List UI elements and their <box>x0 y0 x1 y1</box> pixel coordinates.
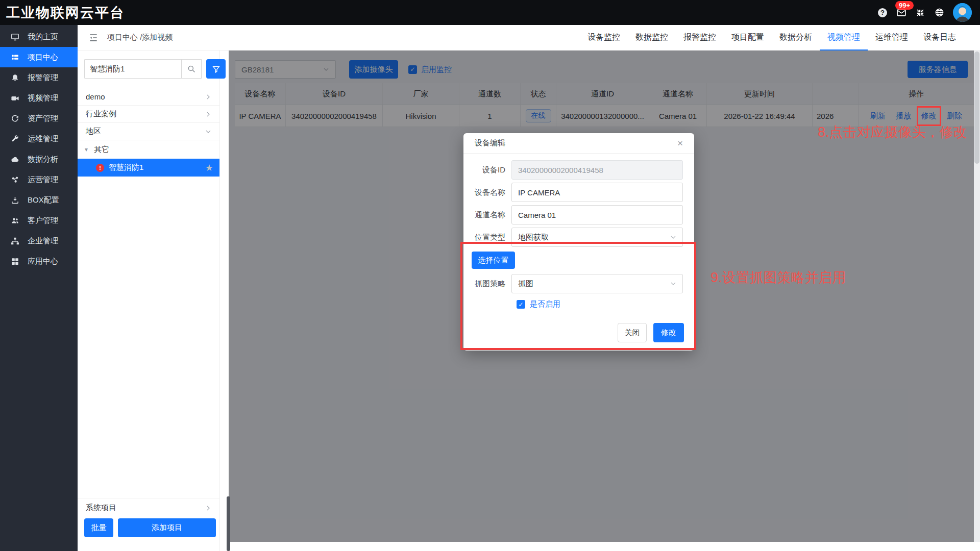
nav-maintenance[interactable]: 运维管理 <box>868 25 916 51</box>
language-globe-icon[interactable] <box>934 8 944 18</box>
batch-button[interactable]: 批量 <box>84 518 113 537</box>
monitor-icon <box>11 33 19 41</box>
caret-down-icon: ▾ <box>85 146 88 153</box>
filter-button[interactable] <box>206 59 226 79</box>
top-header-bar: 工业物联网云平台 ? 99+ <box>0 0 980 25</box>
location-type-select[interactable]: 地图获取 <box>511 228 683 247</box>
sidebar-item-data-analysis[interactable]: 数据分析 <box>0 149 78 169</box>
vertical-scrollbar-thumb[interactable] <box>227 496 230 551</box>
chevron-down-icon <box>670 281 676 287</box>
annotation-step8: 8.点击对应摄像头，修改 <box>818 123 967 141</box>
tree-group-other[interactable]: ▾ 其它 <box>78 140 219 159</box>
chevron-right-icon <box>205 505 211 511</box>
workspace-navbar: 项目中心 /添加视频 设备监控 数据监控 报警监控 项目配置 数据分析 视频管理… <box>78 25 980 51</box>
alert-dot-icon: ! <box>96 164 104 172</box>
nav-video-management[interactable]: 视频管理 <box>820 25 868 51</box>
chevron-right-icon <box>205 111 211 117</box>
capture-strategy-select[interactable]: 抓图 <box>511 274 683 293</box>
content-scrollbar-thumb[interactable] <box>974 52 979 164</box>
main-sidebar: 我的主页 项目中心 报警管理 视频管理 资产管理 运维管理 数据分析 运营管理 … <box>0 25 78 551</box>
top-nav-menu: 设备监控 数据监控 报警监控 项目配置 数据分析 视频管理 运维管理 设备日志 <box>580 25 964 51</box>
message-count-badge: 99+ <box>895 1 914 10</box>
sidebar-item-home[interactable]: 我的主页 <box>0 27 78 47</box>
channel-name-label: 通道名称 <box>475 210 511 220</box>
sidebar-item-assets[interactable]: 资产管理 <box>0 108 78 129</box>
header-actions: ? 99+ <box>877 0 972 25</box>
tree-item-demo[interactable]: demo <box>78 88 219 106</box>
share-nodes-icon <box>11 176 19 184</box>
modal-title: 设备编辑 <box>475 138 505 148</box>
nav-device-monitor[interactable]: 设备监控 <box>580 25 628 51</box>
sidebar-item-operations[interactable]: 运营管理 <box>0 169 78 190</box>
user-avatar[interactable] <box>953 3 972 22</box>
sidebar-item-alarm[interactable]: 报警管理 <box>0 67 78 88</box>
messages-icon[interactable]: 99+ <box>896 8 906 18</box>
device-name-label: 设备名称 <box>475 188 511 197</box>
sidebar-item-maintenance[interactable]: 运维管理 <box>0 129 78 149</box>
bell-icon <box>11 73 19 82</box>
sidebar-item-app-center[interactable]: 应用中心 <box>0 251 78 271</box>
close-button[interactable]: 关闭 <box>618 323 647 342</box>
download-icon <box>11 196 19 205</box>
favorite-star-icon[interactable]: ★ <box>205 162 213 173</box>
app-title: 工业物联网云平台 <box>6 4 125 22</box>
tree-item-selected-project[interactable]: ! 智慧消防1 ★ <box>78 159 219 177</box>
recycle-icon <box>11 114 19 123</box>
search-button[interactable] <box>181 59 202 79</box>
chevron-down-icon <box>205 129 211 135</box>
device-edit-modal: 设备编辑 × 设备ID 设备名称 通道名称 位置类型 地图获取 选择位置 抓图策… <box>463 133 694 350</box>
add-project-button[interactable]: 添加项目 <box>118 518 216 537</box>
nav-device-log[interactable]: 设备日志 <box>916 25 964 51</box>
sidebar-item-box-config[interactable]: BOX配置 <box>0 190 78 210</box>
funnel-icon <box>212 65 220 73</box>
project-search-input[interactable] <box>84 59 181 79</box>
modify-link[interactable]: 修改 <box>921 111 937 121</box>
channel-name-field[interactable] <box>511 205 683 224</box>
enable-checkbox-row[interactable]: ✓ 是否启用 <box>517 299 694 309</box>
list-grid-icon <box>11 53 19 62</box>
tree-item-region[interactable]: 地区 <box>78 123 219 140</box>
help-icon[interactable]: ? <box>877 8 888 18</box>
th-large-icon <box>11 257 19 266</box>
project-tree-panel: demo 行业案例 地区 ▾ 其它 ! 智慧消防1 ★ 系统项目 批量 添加项目 <box>78 51 220 551</box>
chevron-right-icon <box>205 94 211 100</box>
nav-data-monitor[interactable]: 数据监控 <box>628 25 676 51</box>
modify-button[interactable]: 修改 <box>653 323 684 342</box>
device-name-field[interactable] <box>511 183 683 202</box>
tree-item-industry-cases[interactable]: 行业案例 <box>78 106 219 123</box>
collapse-menu-icon[interactable] <box>88 33 99 43</box>
sidebar-item-project-center[interactable]: 项目中心 <box>0 47 78 67</box>
sitemap-icon <box>11 237 19 245</box>
project-tree: demo 行业案例 地区 ▾ 其它 ! 智慧消防1 ★ <box>78 88 219 177</box>
annotation-step9: 9.设置抓图策略并启用 <box>710 268 846 287</box>
nav-project-config[interactable]: 项目配置 <box>724 25 772 51</box>
wrench-icon <box>11 135 19 143</box>
chevron-down-icon <box>670 234 676 240</box>
users-icon <box>11 216 19 225</box>
select-location-button[interactable]: 选择位置 <box>472 252 515 269</box>
capture-strategy-label: 抓图策略 <box>475 279 511 289</box>
nav-alarm-monitor[interactable]: 报警监控 <box>676 25 724 51</box>
device-id-label: 设备ID <box>475 165 511 175</box>
sidebar-item-customers[interactable]: 客户管理 <box>0 210 78 231</box>
video-camera-icon <box>11 94 19 103</box>
system-projects-row[interactable]: 系统项目 <box>78 498 219 517</box>
checkbox-checked-icon[interactable]: ✓ <box>517 300 525 309</box>
location-type-label: 位置类型 <box>475 233 511 242</box>
exit-fullscreen-icon[interactable] <box>915 8 925 18</box>
close-icon[interactable]: × <box>677 138 683 149</box>
breadcrumb: 项目中心 /添加视频 <box>107 33 173 42</box>
nav-data-analysis[interactable]: 数据分析 <box>772 25 820 51</box>
device-id-field <box>511 160 683 180</box>
cloud-icon <box>11 155 19 164</box>
sidebar-item-enterprise[interactable]: 企业管理 <box>0 231 78 251</box>
sidebar-item-video[interactable]: 视频管理 <box>0 88 78 108</box>
search-icon <box>187 64 196 73</box>
